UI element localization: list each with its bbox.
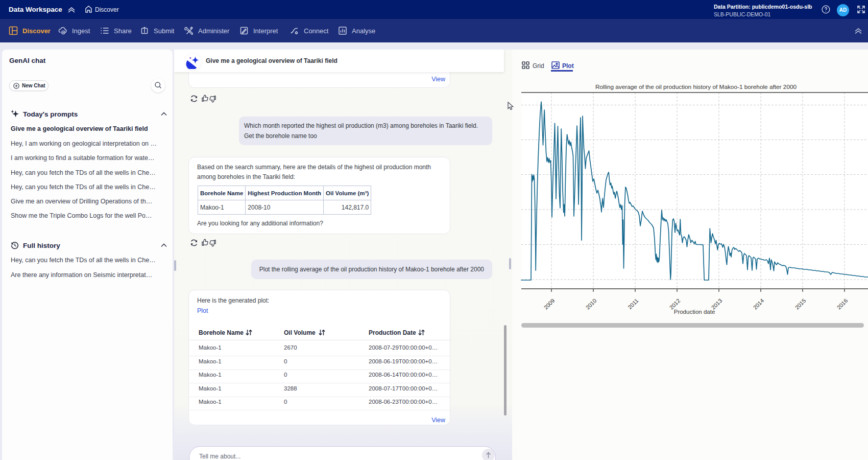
svg-text:2011: 2011 — [626, 297, 639, 310]
svg-text:2016: 2016 — [836, 297, 849, 311]
svg-text:Rolling average of the oil pro: Rolling average of the oil production hi… — [595, 83, 797, 90]
svg-text:2015: 2015 — [794, 297, 807, 311]
svg-text:2014: 2014 — [752, 297, 765, 311]
svg-text:Production date: Production date — [674, 309, 715, 315]
svg-text:2009: 2009 — [543, 297, 556, 311]
svg-text:2010: 2010 — [585, 297, 598, 311]
